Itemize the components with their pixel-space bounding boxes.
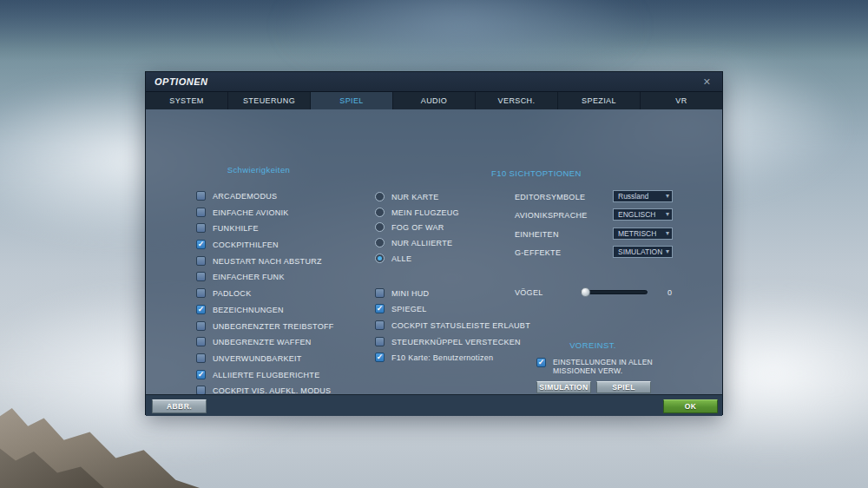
tab-spezial[interactable]: SPEZIAL	[558, 92, 641, 109]
checkbox-row[interactable]: EINFACHER FUNK	[196, 271, 285, 282]
cancel-button[interactable]: ABBR.	[152, 399, 207, 413]
close-icon[interactable]: ✕	[700, 76, 713, 89]
checkbox-label: COCKPIT STATUSLEISTE ERLAUBT	[391, 321, 530, 330]
tab-vr[interactable]: VR	[641, 92, 722, 109]
dropdown-value: SIMULATION	[618, 247, 662, 256]
checkbox[interactable]	[196, 321, 206, 331]
dropdown-label: G-EFFEKTE	[515, 247, 561, 258]
radio-button[interactable]	[375, 192, 385, 201]
checkbox[interactable]	[196, 208, 206, 217]
checkbox-row[interactable]: UNBEGRENZTE WAFFEN	[196, 336, 312, 347]
birds-value: 0	[667, 288, 672, 297]
chevron-down-icon: ▾	[666, 193, 669, 200]
desktop-background: OPTIONEN ✕ SYSTEM STEUERUNG SPIEL AUDIO …	[0, 0, 868, 488]
birds-slider[interactable]	[581, 287, 648, 297]
checkbox-row[interactable]: COCKPITHILFEN	[196, 239, 279, 250]
checkbox-row[interactable]: ARCADEMODUS	[196, 190, 277, 201]
checkbox[interactable]	[196, 337, 206, 346]
checkbox-row[interactable]: NEUSTART NACH ABSTURZ	[196, 255, 322, 267]
checkbox-row[interactable]: UNBEGRENZTER TREIBSTOFF	[196, 320, 334, 332]
dropdown-label: EINHEITEN	[515, 228, 559, 240]
chevron-down-icon: ▾	[666, 211, 669, 218]
checkbox-row[interactable]: FUNKHILFE	[196, 222, 259, 234]
editorsymbole-dropdown[interactable]: Russland ▾	[613, 190, 673, 202]
preset-spiel-button[interactable]: SPIEL	[596, 381, 651, 393]
dropdown-label: AVIONIKSPRACHE	[515, 209, 588, 221]
checkbox[interactable]	[196, 256, 206, 266]
radio-row[interactable]: MEIN FLUGZEUG	[375, 207, 459, 218]
checkbox-label: SPIEGEL	[391, 305, 427, 313]
checkbox-label: ALLIIERTE FLUGBERICHTE	[213, 371, 319, 379]
radio-row[interactable]: NUR ALLIIERTE	[375, 237, 452, 248]
radio-button[interactable]	[375, 222, 385, 232]
dropdown-value: Russland	[618, 192, 648, 201]
checkbox-row[interactable]: SPIEGEL	[375, 303, 427, 314]
dropdown-value: METRISCH	[618, 229, 656, 238]
checkbox[interactable]	[196, 305, 206, 314]
checkbox-row[interactable]: EINSTELLUNGEN IN ALLEN MISSIONEN VERW.	[536, 358, 653, 369]
options-dialog: OPTIONEN ✕ SYSTEM STEUERUNG SPIEL AUDIO …	[145, 71, 723, 415]
tab-system[interactable]: SYSTEM	[146, 92, 228, 109]
checkbox-label: UNBEGRENZTER TREIBSTOFF	[213, 322, 334, 331]
dialog-title: OPTIONEN	[155, 76, 207, 87]
tab-versch[interactable]: VERSCH.	[476, 92, 558, 109]
checkbox-label: EINSTELLUNGEN IN ALLEN MISSIONEN VERW.	[553, 358, 653, 375]
checkbox-label: EINFACHE AVIONIK	[213, 208, 289, 217]
checkbox[interactable]	[196, 353, 206, 363]
dropdown-value: ENGLISCH	[618, 210, 655, 219]
checkbox[interactable]	[196, 288, 206, 298]
avioniksprache-dropdown[interactable]: ENGLISCH ▾	[613, 208, 673, 221]
preset-label-line1: EINSTELLUNGEN IN ALLEN	[553, 358, 653, 366]
tab-steuerung[interactable]: STEUERUNG	[228, 92, 311, 109]
slider-track[interactable]	[581, 290, 648, 294]
tab-spiel[interactable]: SPIEL	[311, 92, 393, 109]
checkbox-row[interactable]: STEUERKNÜPPEL VERSTECKEN	[375, 336, 521, 347]
dialog-footer: ABBR. OK	[146, 394, 722, 416]
radio-row[interactable]: NUR KARTE	[375, 191, 439, 202]
checkbox[interactable]	[375, 337, 385, 346]
difficulty-section-header: Schwierigkeiten	[198, 165, 319, 175]
checkbox-label: BEZEICHNUNGEN	[213, 306, 284, 314]
checkbox[interactable]	[196, 370, 206, 379]
checkbox-row[interactable]: MINI HUD	[375, 287, 429, 299]
checkbox[interactable]	[196, 272, 206, 281]
checkbox[interactable]	[196, 191, 206, 201]
radio-row[interactable]: FOG OF WAR	[375, 221, 444, 233]
checkbox[interactable]	[196, 223, 206, 233]
radio-label: MEIN FLUGZEUG	[391, 208, 459, 217]
checkbox-label: COCKPITHILFEN	[213, 241, 279, 249]
checkbox-row[interactable]: COCKPIT STATUSLEISTE ERLAUBT	[375, 320, 530, 331]
slider-handle[interactable]	[581, 287, 590, 297]
einheiten-dropdown[interactable]: METRISCH ▾	[613, 228, 673, 240]
options-content: Schwierigkeiten ARCADEMODUS EINFACHE AVI…	[146, 109, 722, 394]
checkbox[interactable]	[375, 304, 385, 313]
radio-label: ALLE	[391, 254, 411, 263]
radio-row[interactable]: ALLE	[375, 253, 411, 264]
checkbox[interactable]	[375, 320, 385, 330]
checkbox-row[interactable]: PADLOCK	[196, 287, 251, 299]
checkbox-label: PADLOCK	[213, 289, 251, 298]
checkbox[interactable]	[375, 353, 385, 362]
preset-label-line2: MISSIONEN VERW.	[553, 366, 622, 375]
checkbox-label: MINI HUD	[391, 289, 429, 298]
radio-button[interactable]	[375, 238, 385, 247]
radio-button[interactable]	[375, 254, 385, 263]
checkbox-row[interactable]: UNVERWUNDBARKEIT	[196, 353, 302, 364]
checkbox[interactable]	[196, 240, 206, 249]
geffekte-dropdown[interactable]: SIMULATION ▾	[613, 246, 673, 258]
checkbox-label: UNVERWUNDBARKEIT	[213, 354, 302, 363]
checkbox-row[interactable]: EINFACHE AVIONIK	[196, 207, 289, 218]
dropdown-label: EDITORSYMBOLE	[515, 191, 585, 202]
checkbox[interactable]	[536, 358, 546, 367]
preset-simulation-button[interactable]: SIMULATION	[536, 381, 591, 393]
checkbox-row[interactable]: BEZEICHNUNGEN	[196, 304, 284, 315]
chevron-down-icon: ▾	[666, 230, 669, 237]
checkbox-row[interactable]: F10 Karte: Benutzernotizen	[375, 352, 493, 363]
checkbox-label: NEUSTART NACH ABSTURZ	[213, 257, 322, 266]
presets-section-header: VOREINST.	[554, 340, 632, 350]
ok-button[interactable]: OK	[663, 399, 718, 413]
checkbox[interactable]	[375, 288, 385, 298]
tab-audio[interactable]: AUDIO	[393, 92, 476, 109]
checkbox-row[interactable]: ALLIIERTE FLUGBERICHTE	[196, 369, 319, 380]
radio-button[interactable]	[375, 208, 385, 217]
